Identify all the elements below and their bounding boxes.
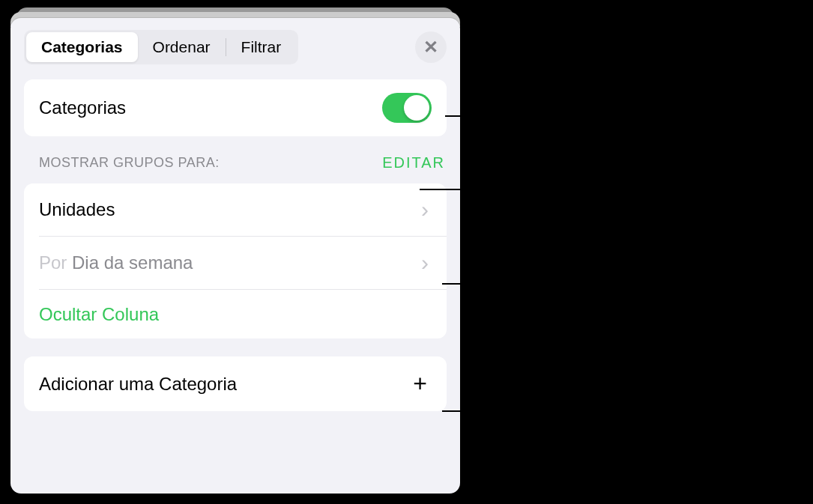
- callout-line: [445, 115, 486, 117]
- group-prefix: Por: [39, 252, 72, 273]
- callout-add: Para adicionar uma categoria ou subcateg…: [489, 397, 811, 494]
- panel-header: Categorias Ordenar Filtrar ✕: [10, 18, 460, 73]
- tab-categorias[interactable]: Categorias: [26, 32, 138, 62]
- chevron-right-icon: ›: [421, 197, 429, 222]
- callout-por: Toque em "Por" para alterar como os dado…: [489, 270, 803, 342]
- categories-toggle-row: Categorias: [24, 79, 447, 136]
- tab-ordenar[interactable]: Ordenar: [138, 32, 226, 62]
- hide-column-label: Ocultar Coluna: [39, 304, 159, 325]
- group-item-unidades[interactable]: Unidades ›: [24, 183, 447, 236]
- callout-toggle: Ative ou desative categorias.: [489, 103, 719, 127]
- group-main-text: Dia da semana: [72, 252, 193, 273]
- add-category-button[interactable]: Adicionar uma Categoria +: [24, 356, 447, 411]
- groups-header-label: MOSTRAR GRUPOS PARA:: [39, 155, 220, 171]
- groups-section: Unidades › Por Dia da semana › Ocultar C…: [24, 183, 447, 338]
- add-category-section: Adicionar uma Categoria +: [24, 356, 447, 411]
- group-item-label: Unidades: [39, 199, 421, 220]
- close-button[interactable]: ✕: [415, 31, 447, 63]
- toggle-section: Categorias: [24, 79, 447, 136]
- group-item-dia-semana[interactable]: Por Dia da semana ›: [39, 236, 447, 289]
- callout-edit: Para apagar ou reorganizar uma categoria…: [489, 175, 811, 224]
- tab-filtrar[interactable]: Filtrar: [226, 32, 297, 62]
- hide-column-row[interactable]: Ocultar Coluna: [39, 289, 447, 338]
- edit-button[interactable]: EDITAR: [382, 154, 445, 171]
- callout-line: [442, 410, 486, 412]
- add-category-label: Adicionar uma Categoria: [39, 374, 413, 395]
- toggle-knob: [404, 95, 429, 121]
- chevron-right-icon: ›: [421, 250, 429, 276]
- categories-toggle[interactable]: [382, 93, 432, 123]
- close-icon: ✕: [423, 37, 438, 58]
- categories-panel: Categorias Ordenar Filtrar ✕ Categorias …: [10, 18, 460, 494]
- segmented-control: Categorias Ordenar Filtrar: [24, 30, 298, 64]
- group-item-label: Por Dia da semana: [39, 252, 421, 273]
- callout-line: [442, 283, 486, 285]
- callout-line: [420, 189, 486, 190]
- plus-icon: +: [413, 370, 427, 398]
- groups-section-header: MOSTRAR GRUPOS PARA: EDITAR: [10, 154, 460, 177]
- toggle-label: Categorias: [39, 97, 382, 118]
